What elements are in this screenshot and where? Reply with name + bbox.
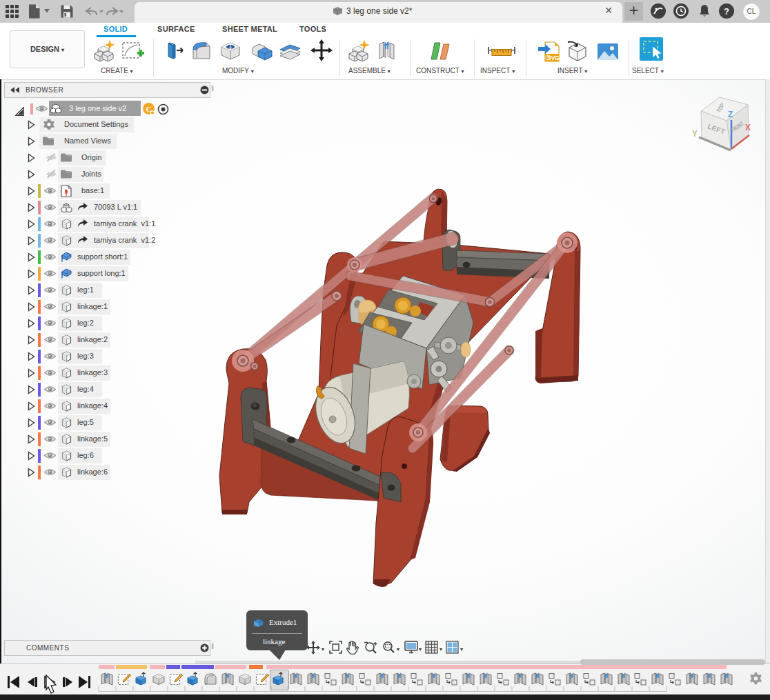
svg-text:Z: Z xyxy=(728,110,733,119)
svg-text:X: X xyxy=(745,123,751,132)
svg-text:Y: Y xyxy=(692,129,698,139)
svg-text:C: C xyxy=(146,105,152,113)
svg-text:?: ? xyxy=(724,6,729,17)
